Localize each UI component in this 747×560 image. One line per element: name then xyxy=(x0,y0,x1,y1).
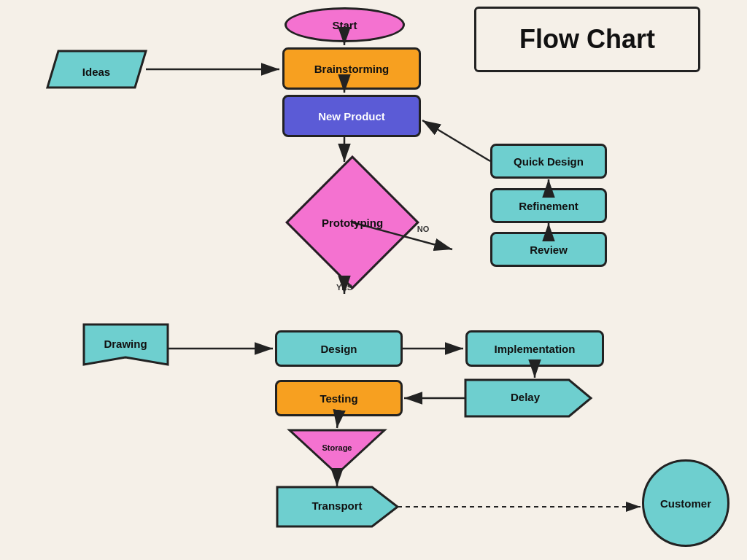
svg-marker-26 xyxy=(277,487,398,526)
svg-text:Drawing: Drawing xyxy=(104,338,147,350)
svg-line-24 xyxy=(337,416,338,428)
svg-text:Transport: Transport xyxy=(311,499,362,512)
ideas-label: Ideas xyxy=(82,66,110,78)
canvas: Flow Chart Start Brainstorming New Produ… xyxy=(0,0,747,560)
start-node: Start xyxy=(285,7,405,42)
customer-node: Customer xyxy=(642,459,729,547)
diamond-shape xyxy=(285,155,419,289)
implementation-node: Implementation xyxy=(465,330,604,367)
refinement-node: Refinement xyxy=(490,188,607,223)
design-node: Design xyxy=(275,330,403,367)
svg-line-11 xyxy=(422,120,490,161)
svg-marker-15 xyxy=(84,324,168,365)
newproduct-node: New Product xyxy=(282,95,421,137)
quickdesign-node: Quick Design xyxy=(490,144,607,179)
svg-marker-2 xyxy=(47,51,146,88)
title-box: Flow Chart xyxy=(474,7,700,72)
svg-marker-22 xyxy=(290,430,384,474)
prototyping-diamond: Prototyping xyxy=(254,164,451,281)
review-node: Review xyxy=(490,232,607,267)
testing-node: Testing xyxy=(275,380,403,416)
chart-title: Flow Chart xyxy=(519,24,655,55)
svg-text:Storage: Storage xyxy=(322,443,352,452)
svg-text:Delay: Delay xyxy=(511,391,541,403)
brainstorming-node: Brainstorming xyxy=(282,47,421,90)
